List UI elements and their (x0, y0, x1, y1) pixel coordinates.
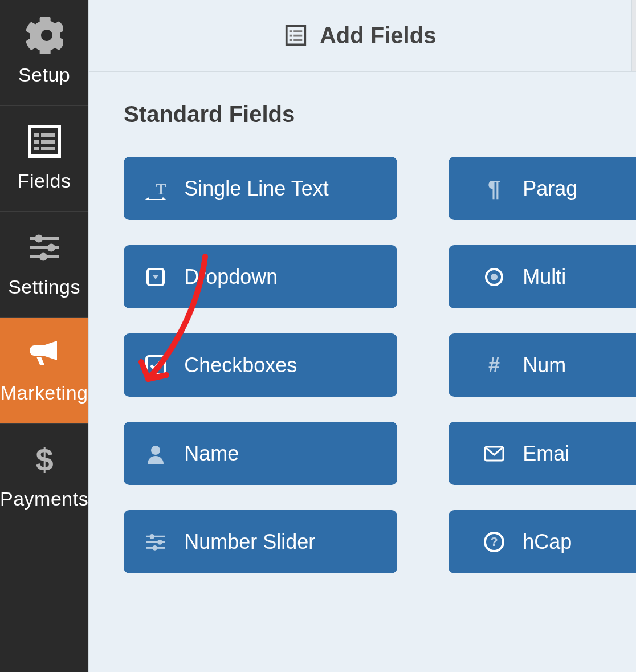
question-circle-icon (483, 531, 505, 553)
gear-icon (26, 17, 63, 54)
field-paragraph[interactable]: Parag (449, 157, 636, 220)
field-multiple-choice[interactable]: Multi (449, 245, 636, 308)
sidebar: Setup Fields Settings Marketing Payments (0, 0, 88, 672)
sidebar-item-payments[interactable]: Payments (0, 424, 88, 530)
sidebar-item-label: Settings (8, 276, 80, 298)
field-dropdown[interactable]: Dropdown (124, 245, 397, 308)
field-label: Emai (523, 442, 569, 466)
field-label: Parag (523, 177, 577, 201)
field-checkboxes[interactable]: Checkboxes (124, 333, 397, 397)
sidebar-item-label: Setup (18, 64, 70, 86)
sliders-icon (26, 229, 63, 266)
caret-square-icon (144, 266, 167, 288)
megaphone-icon (26, 335, 63, 372)
paragraph-icon (483, 177, 505, 200)
check-square-icon (144, 354, 167, 377)
field-label: Number Slider (184, 530, 315, 554)
main-panel: Add Fields Fi Standard Fields Single Lin… (88, 0, 636, 672)
content: Standard Fields Single Line Text Parag D… (89, 72, 636, 603)
field-label: Name (184, 442, 239, 466)
field-label: Multi (523, 265, 566, 289)
tab-label: Add Fields (320, 23, 436, 48)
field-single-line-text[interactable]: Single Line Text (124, 157, 397, 220)
field-number-slider[interactable]: Number Slider (124, 510, 397, 573)
field-label: hCap (523, 530, 572, 554)
radio-dot-icon (483, 266, 505, 288)
hash-icon (483, 354, 505, 377)
field-label: Checkboxes (184, 353, 297, 377)
tab-field-options[interactable]: Fi (631, 0, 636, 72)
field-grid: Single Line Text Parag Dropdown Multi Ch… (124, 157, 636, 573)
field-label: Dropdown (184, 265, 278, 289)
field-email[interactable]: Emai (449, 422, 636, 485)
sidebar-item-label: Fields (18, 170, 71, 192)
text-width-icon (144, 177, 167, 200)
field-label: Num (523, 353, 566, 377)
sidebar-item-label: Payments (0, 488, 88, 510)
user-icon (144, 442, 167, 465)
field-numbers[interactable]: Num (449, 333, 636, 397)
envelope-icon (483, 442, 505, 465)
field-label: Single Line Text (184, 177, 329, 201)
dollar-icon (26, 441, 63, 478)
list-box-icon (284, 24, 307, 47)
sidebar-item-marketing[interactable]: Marketing (0, 318, 88, 424)
sidebar-item-fields[interactable]: Fields (0, 106, 88, 212)
sidebar-item-setup[interactable]: Setup (0, 0, 88, 106)
list-box-icon (26, 123, 63, 160)
sidebar-item-label: Marketing (1, 382, 88, 404)
field-hcaptcha[interactable]: hCap (449, 510, 636, 573)
sliders-icon (144, 531, 167, 553)
tabs: Add Fields Fi (89, 0, 636, 72)
sidebar-item-settings[interactable]: Settings (0, 212, 88, 318)
tab-add-fields[interactable]: Add Fields (89, 0, 631, 72)
field-name[interactable]: Name (124, 422, 397, 485)
section-title: Standard Fields (124, 101, 636, 127)
